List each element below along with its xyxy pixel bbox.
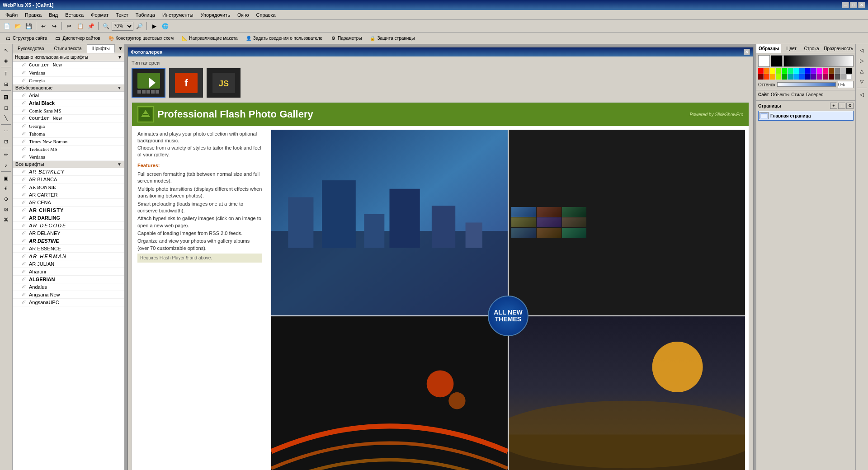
color-medium-gray[interactable] (840, 74, 846, 80)
menu-help[interactable]: Справка (253, 11, 279, 19)
menu-arrange[interactable]: Упорядочить (197, 11, 234, 19)
page-item-main[interactable]: Главная страница (758, 111, 854, 121)
font-item-courier-new-web[interactable]: 𝒪 Courier New (13, 115, 124, 122)
shape-tool[interactable]: ◻ (1, 103, 11, 113)
font-item-verdana-web[interactable]: 𝒪 Verdana (13, 153, 124, 161)
font-item-ar-berkley[interactable]: 𝒪 AR BERKLEY (13, 168, 124, 176)
color-blue[interactable] (799, 68, 805, 74)
tab-fonts[interactable]: Шрифты (87, 44, 115, 53)
preview-button[interactable]: ▶ (149, 21, 159, 31)
block-tool[interactable]: ⊠ (1, 204, 11, 214)
font-item-verdana-recent[interactable]: 𝒪 Verdana (13, 69, 124, 77)
subtab-objects[interactable]: Объекты (771, 92, 789, 97)
font-item-trebuchet[interactable]: 𝒪 Trebuchet MS (13, 146, 124, 153)
subtab-gallery[interactable]: Галерея (806, 92, 823, 97)
ecommerce-tool[interactable]: € (1, 183, 11, 193)
tab-guide[interactable]: Руководство (13, 44, 49, 53)
web-tool[interactable]: ⊕ (1, 194, 11, 204)
color-teal[interactable] (788, 68, 793, 74)
color-pink[interactable] (823, 68, 828, 74)
menu-view[interactable]: Вид (45, 11, 61, 19)
panel-tool[interactable]: ▣ (1, 173, 11, 183)
tab-stroke[interactable]: Строка (802, 44, 821, 53)
page-protection-button[interactable]: 🔒 Защита страницы (366, 33, 417, 43)
open-button[interactable]: 📂 (13, 21, 23, 31)
color-cyan[interactable] (793, 68, 799, 74)
color-orange[interactable] (764, 68, 769, 74)
menu-insert[interactable]: Вставка (61, 11, 87, 19)
redo-button[interactable]: ↪ (49, 21, 59, 31)
color-gray[interactable] (835, 68, 840, 74)
font-item-ar-blanca[interactable]: 𝒪 AR BLANCA (13, 176, 124, 183)
menu-file[interactable]: Файл (2, 11, 21, 19)
paste-button[interactable]: 📌 (86, 21, 96, 31)
color-red[interactable] (758, 68, 764, 74)
gallery-type-flash[interactable]: f (169, 68, 203, 98)
tab-opacity[interactable]: Прозрачность (821, 44, 855, 53)
menu-table[interactable]: Таблица (132, 11, 159, 19)
font-item-arial[interactable]: 𝒪 Arial (13, 92, 124, 99)
new-page-button[interactable]: + (830, 103, 837, 109)
menu-edit[interactable]: Правка (21, 11, 45, 19)
rt-btn-2[interactable]: ▷ (857, 56, 867, 66)
tint-slider[interactable] (777, 82, 836, 87)
warp-tool[interactable]: ⋯ (1, 126, 11, 136)
panel-options-button[interactable]: ▼ (117, 44, 124, 53)
site-manager-button[interactable]: 🗃 Диспетчер сайтов (52, 33, 103, 43)
font-item-ar-delaney[interactable]: 𝒪 AR DELANEY (13, 230, 124, 237)
font-item-arial-black[interactable]: 𝒪 Arial Black (13, 99, 124, 107)
parameters-button[interactable]: ⚙ Параметры (327, 33, 364, 43)
tab-samples[interactable]: Образцы (756, 44, 781, 53)
font-item-times[interactable]: 𝒪 Times New Roman (13, 138, 124, 146)
undo-button[interactable]: ↩ (38, 21, 48, 31)
color-red2[interactable] (764, 74, 769, 80)
zoom-in-button[interactable]: 🔎 (134, 21, 144, 31)
color-silver[interactable] (840, 68, 846, 74)
zoom-select[interactable]: 70%100%150% (112, 22, 133, 31)
pointer-tool[interactable]: ↖ (1, 45, 11, 55)
font-item-comic-sans[interactable]: 𝒪 Comic Sans MS (13, 107, 124, 115)
color-dark-red[interactable] (829, 74, 834, 80)
color-dark-gray[interactable] (835, 74, 840, 80)
guides-button[interactable]: 📐 Направляющие макета (178, 33, 241, 43)
font-item-andalus[interactable]: 𝒪 Andalus (13, 283, 124, 291)
font-item-tahoma[interactable]: 𝒪 Tahoma (13, 130, 124, 138)
text-tool[interactable]: T (1, 69, 11, 79)
swatch-white[interactable] (758, 55, 770, 67)
zoom-out-button[interactable]: 🔍 (101, 21, 111, 31)
rt-btn-3[interactable]: △ (857, 66, 867, 76)
site-structure-button[interactable]: 🗂 Структура сайта (2, 33, 50, 43)
tab-color[interactable]: Цвет (781, 44, 801, 53)
color-dark-blue[interactable] (805, 74, 811, 80)
color-sky[interactable] (793, 74, 799, 80)
crop-tool[interactable]: ⊡ (1, 136, 11, 146)
font-item-ar-darling[interactable]: 𝒪 AR DARLING (13, 214, 124, 222)
font-item-georgia-web[interactable]: 𝒪 Georgia (13, 122, 124, 130)
user-info-button[interactable]: 👤 Задать сведения о пользователе (242, 33, 325, 43)
font-item-ar-decode[interactable]: 𝒪 AR DECODE (13, 222, 124, 230)
font-item-ar-herman[interactable]: 𝒪 AR HERMAN (13, 253, 124, 260)
pen-tool[interactable]: ✏ (1, 150, 11, 160)
close-button[interactable]: ✕ (858, 2, 865, 8)
gradient-swatch[interactable] (783, 55, 854, 67)
color-crimson[interactable] (823, 74, 828, 80)
maximize-button[interactable]: □ (850, 2, 857, 8)
minimize-button[interactable]: ─ (842, 2, 849, 8)
color-royal-blue[interactable] (799, 74, 805, 80)
menu-format[interactable]: Формат (87, 11, 112, 19)
allfonts-toggle[interactable]: ▼ (117, 162, 122, 167)
font-item-algerian[interactable]: 𝒪 ALGERIAN (13, 276, 124, 283)
gallery-type-embedded[interactable] (132, 68, 165, 98)
font-item-angsana-new[interactable]: 𝒪 Angsana New (13, 291, 124, 299)
rt-btn-4[interactable]: ▽ (857, 76, 867, 86)
color-scheme-button[interactable]: 🎨 Конструктор цветовых схем (105, 33, 177, 43)
color-green[interactable] (782, 68, 787, 74)
color-maroon[interactable] (758, 74, 764, 80)
color-dark-teal[interactable] (788, 74, 793, 80)
table-tool[interactable]: ⊞ (1, 79, 11, 89)
tab-text-styles[interactable]: Стили текста (49, 44, 86, 53)
color-purple2[interactable] (817, 74, 822, 80)
color-yellow-green[interactable] (776, 74, 781, 80)
font-item-courier-new-recent[interactable]: 𝒪 Courier New (13, 61, 124, 69)
swatch-black[interactable] (771, 55, 783, 67)
